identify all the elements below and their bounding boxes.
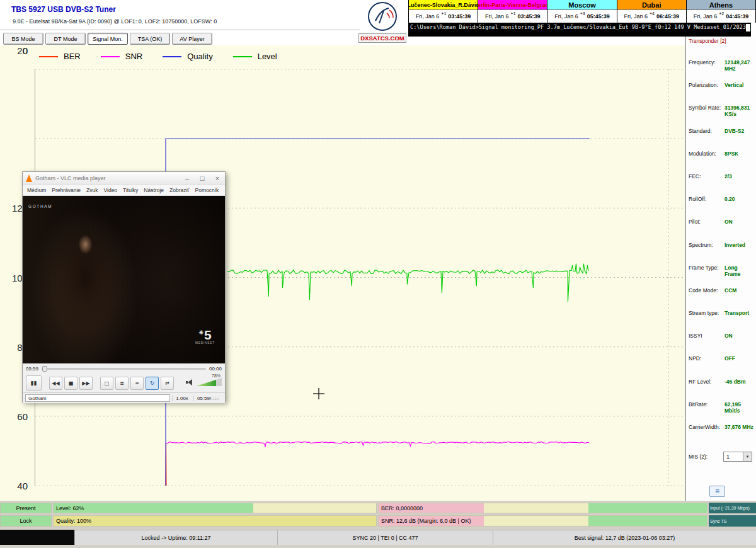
quality-label: Quality: 100% xyxy=(56,516,91,526)
quality-bar-fill xyxy=(54,516,376,526)
clock-time: 04:45:39 xyxy=(726,13,748,20)
mode-tab[interactable]: Signal Mon. xyxy=(88,33,128,45)
clock-date: Fri, Jan 6 xyxy=(416,13,440,20)
param-row: FEC: 2/3 xyxy=(685,173,756,196)
vlc-cone-icon xyxy=(26,174,32,182)
volume-control[interactable]: 78% xyxy=(186,378,222,388)
clock-city-label: Dubai xyxy=(617,0,686,9)
shuffle-button[interactable]: ⇄ xyxy=(161,377,174,390)
clock-date: Fri, Jan 6 xyxy=(554,13,578,20)
param-row: CarrierWidth: 37,676 MHz xyxy=(685,424,756,447)
param-value: ON xyxy=(724,333,754,339)
vlc-window[interactable]: Gotham - VLC media player – □ × Médium P… xyxy=(22,171,226,402)
next-button[interactable]: ▶▶ xyxy=(79,377,93,390)
mode-tab[interactable]: BS Mode xyxy=(3,33,43,45)
vlc-menu-item[interactable]: Zobraziť xyxy=(169,187,190,193)
sync-ts: Sync TS xyxy=(709,515,756,527)
mode-tab[interactable]: TSA (OK) xyxy=(130,33,170,45)
stream-list-button[interactable]: ≡ xyxy=(709,486,725,497)
clock-utc-offset: +3 xyxy=(580,11,585,16)
param-row: BitRate: 62,195 Mbit/s xyxy=(685,401,756,424)
vlc-seek-row: 05:59 00:00 xyxy=(23,363,225,374)
quality-bar: Quality: 100% xyxy=(53,515,377,527)
speaker-icon[interactable] xyxy=(186,379,194,385)
seek-slider[interactable] xyxy=(42,368,206,370)
statusbar-corner xyxy=(0,530,74,545)
input-bitrate: Input (~21,39 Mbps) xyxy=(709,503,756,513)
console-text: C:\Users\Roman Dávid>Signal monitoring_P… xyxy=(410,24,746,31)
param-row: NPD: OFF xyxy=(685,355,756,378)
vlc-video-area[interactable]: GOTHAM ✳5 MEDIASET xyxy=(23,196,225,363)
volume-slider[interactable] xyxy=(197,378,222,386)
param-label: Modulation: xyxy=(689,151,724,157)
mode-tab[interactable]: DT Mode xyxy=(45,33,86,45)
clock-date: Fri, Jan 6 xyxy=(694,13,718,20)
vlc-controls: ▮▮ ◀◀ ■ ▶▶ □ ≣ ≡ ↻ ⇄ 78% xyxy=(23,374,225,392)
vlc-menu-item[interactable]: Video xyxy=(104,187,118,193)
vlc-menu-item[interactable]: Prehrávanie xyxy=(52,187,81,193)
clock-datetime: Fri, Jan 6 +1 03:45:39 xyxy=(478,9,547,23)
clock-utc-offset: +4 xyxy=(650,11,655,16)
extended-settings-button[interactable]: ≣ xyxy=(115,377,129,390)
param-label: NPD: xyxy=(689,355,724,362)
chevron-down-icon[interactable]: ▼ xyxy=(743,452,752,461)
param-value: 2/3 xyxy=(724,173,754,180)
maximize-button[interactable]: □ xyxy=(195,172,210,185)
mode-tabs: BS Mode DT Mode Signal Mon. TSA (OK) AV … xyxy=(3,33,212,45)
param-label: FEC: xyxy=(689,173,724,180)
vlc-menu-item[interactable]: Pomocník xyxy=(195,187,219,193)
now-playing-field: Gotham xyxy=(25,394,170,402)
param-row: Frame Type: Long Frame xyxy=(685,265,756,287)
playlist-button[interactable]: ≡ xyxy=(130,377,144,390)
logo-text: DXSATCS.COM xyxy=(358,33,406,43)
clock-datetime: Fri, Jan 6 +3 05:45:39 xyxy=(547,9,616,23)
legend-label: BER xyxy=(64,52,81,61)
legend-swatch xyxy=(39,56,58,57)
param-row: Standard: DVB-S2 xyxy=(685,128,756,151)
stop-button[interactable]: ■ xyxy=(64,377,77,390)
status-row-level: Present Level: 62% BER: 0,0000000 Input … xyxy=(0,503,756,513)
seek-handle[interactable] xyxy=(42,366,47,372)
vlc-menu-item[interactable]: Zvuk xyxy=(86,187,98,193)
param-value: 0.20 xyxy=(724,196,754,202)
best-signal-status: Best signal: 12,7 dB (2023-01-06 03:27) xyxy=(493,530,756,545)
clock-datetime: Fri, Jan 6 +4 06:45:39 xyxy=(617,9,686,23)
close-button[interactable]: × xyxy=(210,172,225,185)
param-value: ON xyxy=(724,219,754,225)
time-status[interactable]: 05:59/--:-- xyxy=(193,396,222,401)
loop-button[interactable]: ↻ xyxy=(146,377,159,390)
volume-percent: 78% xyxy=(212,374,220,378)
param-row: Code Mode: CCM xyxy=(685,287,756,310)
param-value: 37,676 MHz xyxy=(724,424,754,430)
clock-datetime: Fri, Jan 6 +2 04:45:39 xyxy=(687,9,755,23)
app-title: TBS 5927 USB DVB-S2 Tuner xyxy=(11,5,116,14)
status-row-quality: Lock Quality: 100% SNR: 12,6 dB (Margin:… xyxy=(0,515,756,527)
previous-button[interactable]: ◀◀ xyxy=(49,377,62,390)
vlc-menu-item[interactable]: Titulky xyxy=(123,187,138,193)
vlc-statusbar: Gotham 1.00x 05:59/--:-- xyxy=(23,392,225,403)
param-label: BitRate: xyxy=(689,401,724,408)
remaining-time: 00:00 xyxy=(209,366,222,372)
vlc-menu-item[interactable]: Médium xyxy=(27,187,46,193)
mode-tab[interactable]: AV Player xyxy=(172,33,212,45)
param-row: Polarization: Vertical xyxy=(685,82,756,105)
clock-utc-offset: +2 xyxy=(719,11,724,16)
legend-item: Quality xyxy=(163,52,212,61)
minimize-button[interactable]: – xyxy=(180,172,195,185)
pause-button[interactable]: ▮▮ xyxy=(26,375,42,391)
video-frame xyxy=(23,196,225,363)
param-value: Vertical xyxy=(724,82,754,88)
clock-widget: Lučenec-Slovakia_R.Dávid Fri, Jan 6 +1 0… xyxy=(409,0,478,23)
vlc-menu-item[interactable]: Nástroje xyxy=(144,187,164,193)
param-value: Transport xyxy=(724,310,754,316)
vlc-titlebar[interactable]: Gotham - VLC media player – □ × xyxy=(23,172,225,185)
fullscreen-button[interactable]: □ xyxy=(100,377,113,390)
world-clocks: Lučenec-Slovakia_R.Dávid Fri, Jan 6 +1 0… xyxy=(408,0,756,23)
transponder-label: Transponder [2] xyxy=(685,37,756,44)
param-row: Spectrum: Inverted xyxy=(685,242,756,265)
mis-select[interactable]: 1 ▼ xyxy=(723,452,752,462)
param-label: Frequency: xyxy=(689,59,724,66)
playback-speed[interactable]: 1.00x xyxy=(172,396,192,401)
y-tick-label: 0 xyxy=(0,45,28,56)
command-console[interactable]: C:\Users\Roman Dávid>Signal monitoring_P… xyxy=(408,23,751,37)
